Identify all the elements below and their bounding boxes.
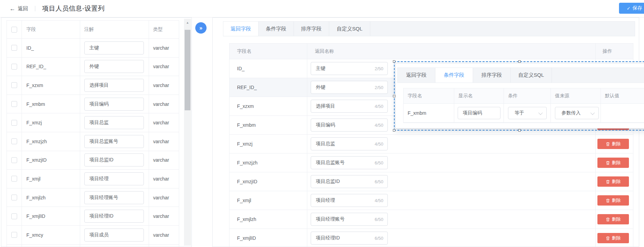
table-header-row: 字段名 显示名 条件 值来源 默认值	[404, 88, 644, 104]
delete-button[interactable]: 删除	[597, 139, 629, 149]
row-checkbox[interactable]	[11, 45, 17, 51]
trash-icon	[606, 142, 610, 146]
field-name: F_xmzjzh	[22, 132, 80, 151]
row-checkbox[interactable]	[11, 195, 17, 200]
return-name-input[interactable]: 主键2/50	[311, 62, 388, 75]
table-row: F_xmjlID 项目经理ID varchar	[7, 207, 179, 226]
save-button[interactable]: ✓ 保存	[619, 3, 644, 14]
comment-input[interactable]: 项目总监账号	[84, 135, 144, 148]
save-label: 保存	[632, 5, 642, 11]
field-type: varchar	[149, 76, 179, 95]
tab-return-fields[interactable]: 返回字段	[398, 68, 435, 83]
condition-fields-overlay[interactable]: 返回字段 条件字段 排序字段 自定义SQL 字段名 显示名 条件 值来源 默认值…	[394, 61, 644, 131]
field-name: F_xmjlzh	[230, 210, 307, 229]
table-row-partial	[7, 245, 179, 247]
table-row: ID_ 主键 varchar	[7, 39, 179, 58]
return-name-input[interactable]: 项目经理账号6/50	[311, 213, 388, 226]
trash-icon	[606, 198, 610, 203]
delete-button[interactable]: 删除	[597, 214, 629, 224]
field-name: F_xmjl	[230, 191, 307, 210]
trash-icon	[606, 180, 610, 184]
return-name-input[interactable]: 项目经理ID6/50	[311, 232, 388, 245]
field-name: ID_	[22, 39, 80, 57]
delete-button[interactable]: 删除	[597, 176, 629, 187]
delete-button[interactable]: 删除	[597, 195, 629, 206]
row-checkbox[interactable]	[11, 82, 17, 88]
scrollbar-thumb[interactable]	[185, 30, 190, 110]
comment-input[interactable]: 项目编码	[84, 98, 144, 111]
comment-input[interactable]: 项目成员	[84, 229, 144, 242]
delete-button[interactable]: 删除	[597, 158, 629, 168]
table-row: F_xmzjzh 项目总监账号6/50 删除	[230, 153, 633, 172]
title-divider	[35, 6, 35, 11]
value-source-select[interactable]: 参数传入	[555, 107, 599, 119]
field-type: varchar	[149, 226, 179, 244]
left-panel-scrollbar[interactable]: ▲	[184, 19, 191, 246]
column-header-value-source: 值来源	[551, 88, 601, 103]
comment-input[interactable]: 主键	[84, 41, 144, 54]
return-name-input[interactable]: 项目总监ID6/50	[311, 175, 388, 188]
tab-condition-fields[interactable]: 条件字段	[259, 22, 294, 36]
char-count: 4/50	[375, 198, 387, 203]
condition-select[interactable]: 等于	[508, 107, 547, 119]
select-all-checkbox[interactable]	[11, 27, 17, 33]
table-row: F_xmjl 项目经理4/50 删除	[230, 191, 633, 210]
row-checkbox[interactable]	[11, 176, 17, 182]
comment-input[interactable]: 项目总监ID	[84, 153, 144, 166]
return-name-input[interactable]: 项目经理4/50	[311, 194, 388, 207]
return-name-input[interactable]: 项目总监4/50	[311, 137, 388, 150]
return-name-input[interactable]: 项目编码4/50	[311, 119, 388, 132]
resize-handle-top-center[interactable]	[518, 60, 521, 63]
tab-return-fields[interactable]: 返回字段	[223, 22, 259, 36]
comment-input[interactable]: 项目经理账号	[84, 191, 144, 204]
row-checkbox[interactable]	[11, 138, 17, 144]
char-count: 6/50	[375, 160, 387, 165]
table-row: F_xmzj 项目总监 varchar	[7, 113, 179, 132]
table-row: F_xmzjID 项目总监ID6/50 删除	[230, 172, 633, 191]
expand-panel-button[interactable]: »	[195, 22, 207, 34]
back-button[interactable]: ← 返回	[10, 5, 28, 12]
row-checkbox[interactable]	[11, 101, 17, 107]
row-checkbox[interactable]	[11, 213, 17, 219]
column-header-name: 字段名	[230, 44, 307, 59]
row-checkbox[interactable]	[11, 157, 17, 163]
resize-handle-left-center[interactable]	[393, 95, 395, 97]
comment-input[interactable]: 项目经理ID	[84, 210, 144, 223]
char-count: 4/50	[375, 104, 387, 109]
field-name: F_xmzjzh	[230, 153, 307, 172]
char-count: 4/50	[375, 123, 387, 128]
char-count: 6/50	[375, 179, 387, 184]
tab-sort-fields[interactable]: 排序字段	[294, 22, 329, 36]
comment-input[interactable]: 外键	[84, 60, 144, 73]
tab-custom-sql[interactable]: 自定义SQL	[329, 22, 370, 36]
field-name: F_xmbm	[404, 104, 454, 122]
config-tab-bar: 返回字段 条件字段 排序字段 自定义SQL	[223, 21, 635, 36]
field-name: F_xmzj	[230, 135, 307, 153]
comment-input[interactable]: 选择项目	[84, 79, 144, 92]
char-count: 2/50	[375, 66, 387, 71]
tab-condition-fields[interactable]: 条件字段	[435, 68, 473, 83]
resize-handle-top-left[interactable]	[393, 60, 395, 63]
default-value-cell[interactable]	[601, 104, 644, 122]
delete-button[interactable]: 删除	[597, 233, 629, 243]
overlay-panel: 返回字段 条件字段 排序字段 自定义SQL 字段名 显示名 条件 值来源 默认值…	[395, 63, 644, 128]
comment-input[interactable]: 项目经理	[84, 172, 144, 185]
resize-handle-bottom-left[interactable]	[393, 129, 395, 132]
return-name-input[interactable]: 外键2/50	[311, 81, 388, 94]
row-checkbox[interactable]	[11, 120, 17, 126]
field-name: REF_ID_	[22, 58, 80, 76]
return-name-input[interactable]: 项目总监账号6/50	[311, 156, 388, 169]
field-name: F_xmbm	[230, 116, 307, 134]
screen: ← 返回 项目人员信息-设置列 ✓ 保存 字段 注解 类型 ID_ 主键 var…	[0, 0, 644, 247]
table-row: REF_ID_ 外键 varchar	[7, 58, 179, 76]
table-row: F_xmbm 项目编码 varchar	[7, 95, 179, 114]
tab-sort-fields[interactable]: 排序字段	[473, 68, 511, 83]
scroll-up-icon[interactable]: ▲	[184, 19, 191, 26]
comment-input[interactable]: 项目总监	[84, 116, 144, 129]
return-name-input[interactable]: 选择项目4/50	[311, 100, 388, 113]
resize-handle-bottom-center[interactable]	[518, 129, 521, 132]
tab-custom-sql[interactable]: 自定义SQL	[511, 68, 552, 83]
display-name-input[interactable]: 项目编码	[458, 107, 500, 119]
row-checkbox[interactable]	[11, 64, 17, 70]
row-checkbox[interactable]	[11, 232, 17, 238]
